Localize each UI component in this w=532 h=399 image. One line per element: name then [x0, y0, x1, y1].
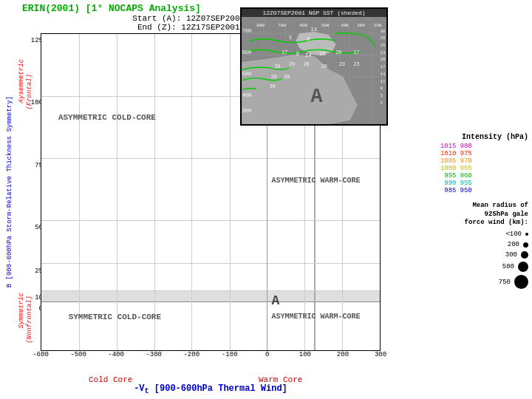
- x-tick-m100: -100: [222, 351, 238, 358]
- svg-text:70N: 70N: [242, 28, 251, 34]
- intensity-title: Intensity (hPa): [392, 133, 528, 141]
- mini-map-title: 12Z07SEP2001 NGP SST (sheded): [242, 9, 386, 17]
- wind-row-lt100: <100: [392, 231, 528, 238]
- grid-v-m100: [230, 34, 231, 350]
- svg-text:20W: 20W: [374, 23, 382, 28]
- x-tick-300: 300: [375, 351, 386, 358]
- svg-text:29: 29: [320, 51, 326, 57]
- svg-text:11: 11: [380, 79, 385, 84]
- int-1010-col1: 1010: [392, 150, 460, 157]
- svg-text:8: 8: [380, 86, 383, 91]
- y-label-symmetric: Symmetric: [18, 293, 25, 329]
- grid-h-50: [41, 220, 380, 221]
- svg-text:5: 5: [380, 93, 383, 98]
- svg-text:8: 8: [307, 36, 310, 42]
- int-995-col2: 960: [460, 172, 529, 180]
- svg-text:40W: 40W: [341, 23, 349, 28]
- x-tick-m200: -200: [183, 351, 200, 358]
- svg-text:20: 20: [289, 61, 295, 67]
- wind-row-200: 200: [392, 241, 528, 248]
- svg-text:23: 23: [380, 50, 385, 55]
- mini-map: 12Z07SEP2001 NGP SST (sheded): [240, 7, 388, 126]
- svg-text:2: 2: [380, 100, 383, 106]
- intensity-grid: 1015 980 1010 975 1005 970 1000 965 995 …: [392, 143, 528, 194]
- svg-text:20: 20: [380, 57, 385, 62]
- wind-row-750: 750: [392, 275, 528, 289]
- svg-text:28: 28: [271, 74, 277, 80]
- int-1015-col1: 1015: [392, 143, 460, 150]
- svg-text:30N: 30N: [242, 108, 251, 114]
- intensity-legend: Intensity (hPa) 1015 980 1010 975 1005 9…: [392, 133, 528, 289]
- x-tick-m300: -300: [146, 351, 162, 358]
- wind-circle-lt100: [525, 233, 528, 236]
- grid-v-m400: [117, 34, 117, 350]
- int-1000-col2: 965: [460, 165, 529, 172]
- wind-circle-300: [521, 251, 528, 259]
- svg-text:50N: 50N: [242, 71, 251, 77]
- wind-label-750: 750: [499, 279, 511, 286]
- zero-band: [41, 290, 380, 301]
- svg-text:26: 26: [303, 61, 309, 67]
- wind-label-500: 500: [502, 263, 514, 270]
- x-tick-100: 100: [299, 351, 311, 358]
- svg-text:A: A: [310, 85, 323, 108]
- svg-text:17: 17: [353, 50, 359, 55]
- grid-v-m300: [154, 34, 155, 350]
- wind-circle-200: [523, 242, 528, 248]
- svg-text:70W: 70W: [278, 23, 286, 28]
- wind-row-500: 500: [392, 262, 528, 272]
- svg-text:25: 25: [380, 43, 385, 48]
- svg-text:28: 28: [380, 35, 385, 41]
- x-tick-m500: -500: [70, 351, 86, 358]
- svg-text:30: 30: [270, 83, 276, 89]
- int-985-col1: 985: [392, 187, 460, 194]
- svg-text:17: 17: [380, 64, 385, 69]
- int-990-col2: 955: [460, 180, 529, 187]
- svg-text:26: 26: [321, 64, 327, 69]
- int-1010-col2: 975: [460, 150, 529, 157]
- x-tick-200: 200: [337, 351, 349, 358]
- svg-text:14: 14: [380, 72, 385, 77]
- grid-h-0: [41, 301, 380, 302]
- int-1005-col1: 1005: [392, 157, 460, 165]
- y-label-asymmetric: Aysemmetric: [18, 59, 25, 103]
- svg-text:11: 11: [310, 27, 318, 33]
- quadrant-bottom-left: SYMMETRIC COLD-CORE: [69, 313, 161, 321]
- grid-v-m200: [191, 34, 192, 350]
- wind-legend: Mean radius of925hPa galeforce wind (km)…: [392, 202, 528, 289]
- wind-label-lt100: <100: [505, 231, 522, 238]
- int-995-col1: 995: [392, 172, 460, 180]
- x-axis-label: -Vt [900-600hPa Thermal Wind]: [41, 383, 381, 395]
- svg-text:5: 5: [289, 35, 292, 41]
- svg-text:14: 14: [305, 52, 311, 58]
- svg-text:30: 30: [380, 29, 385, 34]
- svg-text:23: 23: [339, 61, 345, 67]
- grid-h-10: [41, 290, 380, 291]
- wind-circle-750: [514, 275, 528, 289]
- svg-text:23: 23: [353, 61, 359, 67]
- quadrant-bottom-right: ASYMMETRIC WARM-CORE: [271, 313, 360, 321]
- grid-v-m500: [79, 34, 80, 350]
- svg-text:50W: 50W: [321, 23, 330, 28]
- wind-row-300: 300: [392, 251, 528, 259]
- int-1000-col1: 1000: [392, 165, 460, 172]
- svg-text:20: 20: [335, 50, 341, 55]
- y-axis-main-label: B [900-600hPa Storm-Relative Thickness S…: [6, 96, 14, 287]
- quadrant-top-right: ASYMMETRIC WARM-CORE: [271, 177, 360, 185]
- int-1005-col2: 970: [460, 157, 529, 165]
- x-axis-ticks: -600 -500 -400 -300 -200 -100 0 100 200 …: [41, 351, 381, 366]
- grid-h-25: [41, 263, 380, 264]
- svg-text:28: 28: [284, 74, 290, 80]
- wind-label-200: 200: [508, 241, 519, 248]
- svg-text:17: 17: [282, 50, 287, 55]
- mini-map-svg: 11 5 8 17 8 14 29 20 17 26 20 26 26 23 2…: [242, 19, 386, 124]
- x-tick-m400: -400: [108, 351, 124, 358]
- svg-text:40N: 40N: [242, 92, 251, 98]
- grid-h-75: [41, 158, 380, 159]
- svg-text:26: 26: [275, 64, 281, 69]
- x-tick-m600: -600: [33, 351, 49, 358]
- int-1015-col2: 980: [460, 143, 529, 150]
- int-990-col1: 990: [392, 180, 460, 187]
- svg-text:60W: 60W: [300, 23, 308, 28]
- wind-label-300: 300: [505, 251, 517, 259]
